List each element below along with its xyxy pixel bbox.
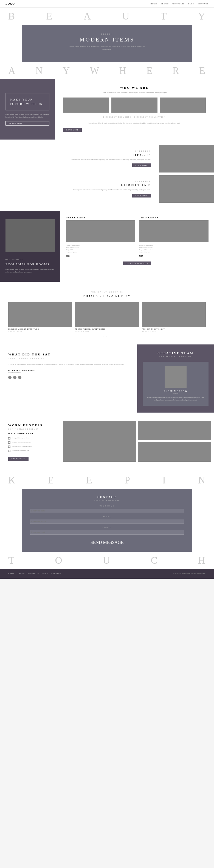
testimonial-left: WHAT DID YOU SAY YOUR THANKS ABOUT US "U… [0, 344, 137, 412]
dot-2[interactable] [13, 376, 16, 379]
keep-letter-i: I [163, 474, 166, 486]
wp-step-text-2: Design & Development for clients [12, 441, 31, 443]
gallery-image-1 [8, 302, 72, 327]
testimonial-label: YOUR THANKS ABOUT US [8, 358, 129, 359]
creative-label: OUR MANLY ABOUT US [143, 356, 209, 358]
wp-image-3 [138, 442, 211, 462]
wp-step-icon-1 [8, 437, 10, 439]
decor-row: INTERIOR DECOR Lorem ipsum dolor sit ame… [0, 145, 214, 173]
contact-section: K E E P I N CONTACT SEND US A MESSAGE YO… [0, 472, 214, 569]
about-section: MAKE YOUR FUTURE WITH US Lorem ipsum dol… [0, 79, 214, 140]
who-image-1 [63, 97, 109, 113]
dot-3[interactable] [18, 376, 22, 379]
send-message-btn[interactable]: SEND MESSAGE [91, 540, 123, 545]
hero-letter-an: A [8, 65, 16, 76]
who-read-more-btn[interactable]: READ MORE [63, 128, 82, 132]
who-images [63, 97, 206, 113]
footer-links: HOME ABOUT PORTFOLIO BLOG CONTACT [8, 573, 61, 575]
footer-portfolio[interactable]: PORTFOLIO [28, 573, 39, 575]
footer-home[interactable]: HOME [8, 573, 14, 575]
team-image [165, 366, 186, 388]
nav-about[interactable]: ABOUT [160, 3, 169, 5]
eco-right: DUBLE LAMP Length: 500mm estimate Width:… [60, 211, 214, 282]
decor-text: INTERIOR DECOR Lorem ipsum dolor sit ame… [0, 145, 159, 170]
wp-step-4: Development and support team [8, 450, 52, 452]
email-input[interactable] [30, 530, 184, 534]
hero-letter-er: E [146, 65, 153, 76]
keep-letters-top: K E E P I N [0, 472, 214, 489]
furniture-label: INTERIOR [135, 180, 151, 182]
wp-step-text-3: Branding and UI/UX design clients [12, 445, 32, 447]
gallery-item-1-title: PROJECT MODERN FURNITURE [8, 328, 72, 330]
decor-label: INTERIOR [135, 150, 151, 152]
wp-step-text-1: Strategy & Planning our clients [12, 437, 29, 439]
gallery-header: FOR MANLY ABOUT US PROJECT GALLERY [8, 289, 206, 298]
gallery-item-3: PROJECT NIGHT LIGHT ABOUT HOME [142, 302, 206, 332]
footer-about[interactable]: ABOUT [17, 573, 25, 575]
hero-letter-u: U [122, 10, 130, 22]
who-we-are-block: WHO WE ARE Lorem ipsum dolor sit amet, c… [55, 79, 214, 140]
gallery-image-2 [75, 302, 139, 327]
testimonial-section: WHAT DID YOU SAY YOUR THANKS ABOUT US "U… [0, 344, 214, 412]
touch-letter-o: O [55, 555, 63, 566]
footer-copyright: © 2016 COMPANY. ALL RIGHTS RESERVED. [173, 573, 206, 575]
nav-contact[interactable]: CONTACT [198, 3, 209, 5]
decor-btn[interactable]: READ MORE [132, 163, 151, 167]
view-all-btn[interactable]: VIEW ALL PRODUCTS [123, 261, 151, 265]
eco-label: OUR PRODUCT [5, 259, 23, 260]
author-name: KYELIEN JOHNSON [8, 369, 129, 371]
team-member-description: Lorem ipsum dolor sit amet, consectetur … [147, 396, 204, 402]
diff-thoughts-text: Lorem ipsum dolor sit amet, consectetur … [63, 122, 206, 125]
decor-image [159, 145, 214, 173]
keep-letter-n: N [198, 474, 206, 486]
ecolamps-section: OUR PRODUCT ECOLAMPS FOR ROOMS Lorem ips… [0, 211, 214, 282]
who-image-3 [160, 97, 206, 113]
gallery-dots: • • • [8, 335, 206, 338]
contact-title: CONTACT [30, 496, 184, 499]
hero-letter-wn: W [90, 65, 100, 76]
email-label: E-MAIL [30, 527, 184, 528]
navigation: LOGO HOME ABOUT PORTFOLIO BLOG CONTACT [0, 0, 214, 8]
creative-title: CREATIVE TEAM [143, 351, 209, 354]
work-process-label: HOW WE MAKE PRODUCT [8, 428, 52, 430]
name-input[interactable] [30, 509, 184, 513]
trio-lamps-price: $92 [139, 255, 209, 257]
gallery-row: PROJECT MODERN FURNITURE ABOUT HOME PROJ… [8, 302, 206, 332]
eco-description: Lorem ipsum dolor sit amet, consectetur … [5, 268, 55, 273]
logo[interactable]: LOGO [5, 2, 15, 5]
nav-blog[interactable]: BLOG [188, 3, 194, 5]
nav-links: HOME ABOUT PORTFOLIO BLOG CONTACT [151, 3, 209, 5]
team-member-role: Designer [147, 393, 204, 394]
furniture-title: FURNITURE [8, 183, 151, 187]
trio-lamps-title: TRIO LAMPS [139, 216, 209, 219]
hero-letter-a: A [84, 10, 92, 22]
who-image-2 [111, 97, 157, 113]
wp-step-text-4: Development and support team [12, 450, 29, 452]
gallery-section: FOR MANLY ABOUT US PROJECT GALLERY PROJE… [0, 282, 214, 344]
make-future-btn[interactable]: LEARN MORE [5, 121, 49, 126]
furniture-btn[interactable]: READ MORE [132, 194, 151, 197]
footer-blog[interactable]: BLOG [42, 573, 48, 575]
contact-form-block: CONTACT SEND US A MESSAGE YOUR NAME PHON… [22, 489, 192, 552]
hero-letter-y: Y [198, 10, 206, 22]
hero-letter-hn: H [119, 65, 127, 76]
duble-lamp-price: $18 [66, 255, 135, 257]
gallery-item-2: PROJECT HOME, SWEET HOME ABOUT HOME [75, 302, 139, 332]
nav-home[interactable]: HOME [151, 3, 157, 5]
gallery-title: PROJECT GALLERY [8, 293, 206, 298]
creative-team-block: CREATIVE TEAM OUR MANLY ABOUT US ANGIE M… [137, 344, 214, 412]
get-started-btn[interactable]: GET STARTED [8, 457, 29, 461]
dot-1[interactable] [8, 376, 11, 379]
duble-lamp: DUBLE LAMP Length: 500mm estimate Width:… [66, 216, 135, 257]
keep-letter-e1: E [48, 474, 54, 486]
furniture-description: Lorem ipsum dolor sit amet, consectetur … [8, 189, 151, 191]
hero-letter-b: B [8, 10, 15, 22]
make-future-description: Lorem ipsum dolor sit amet, consectetur … [5, 113, 49, 118]
footer-contact[interactable]: CONTACT [51, 573, 61, 575]
nav-portfolio[interactable]: PORTFOLIO [172, 3, 185, 5]
eco-left: OUR PRODUCT ECOLAMPS FOR ROOMS Lorem ips… [0, 211, 60, 282]
gallery-item-2-title: PROJECT HOME, SWEET HOME [75, 328, 139, 330]
phone-input[interactable] [30, 520, 184, 524]
who-description: Lorem ipsum dolor sit amet, consectetur … [63, 91, 206, 94]
keep-letter-k: K [8, 474, 16, 486]
